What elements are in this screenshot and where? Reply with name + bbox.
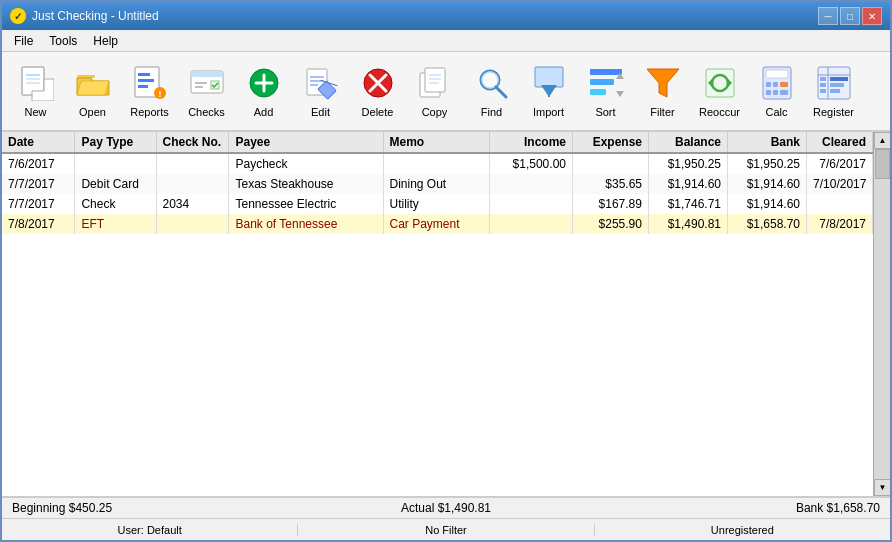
- cell-date: 7/6/2017: [2, 153, 75, 174]
- app-window: ✓ Just Checking - Untitled ─ □ ✕ File To…: [0, 0, 892, 542]
- register-label: Register: [813, 106, 854, 118]
- col-header-checkno[interactable]: Check No.: [156, 132, 229, 153]
- delete-label: Delete: [362, 106, 394, 118]
- title-bar-left: ✓ Just Checking - Untitled: [10, 8, 159, 24]
- copy-icon: [416, 64, 454, 102]
- scroll-down-button[interactable]: ▼: [874, 479, 890, 496]
- scroll-track[interactable]: [874, 149, 890, 479]
- cell-payee: Texas Steakhouse: [229, 174, 383, 194]
- checks-button[interactable]: Checks: [179, 56, 234, 126]
- cell-income: [489, 194, 572, 214]
- cell-bank: $1,950.25: [728, 153, 807, 174]
- register-icon: [815, 64, 853, 102]
- svg-rect-58: [780, 90, 788, 95]
- svg-rect-65: [820, 77, 826, 81]
- sort-label: Sort: [595, 106, 615, 118]
- info-user: User: Default: [2, 524, 298, 536]
- table-row[interactable]: 7/7/2017Check2034Tennessee ElectricUtili…: [2, 194, 873, 214]
- calc-button[interactable]: Calc: [749, 56, 804, 126]
- maximize-button[interactable]: □: [840, 7, 860, 25]
- checks-label: Checks: [188, 106, 225, 118]
- reoccur-icon: [701, 64, 739, 102]
- cell-payee: Tennessee Electric: [229, 194, 383, 214]
- svg-rect-62: [830, 77, 848, 81]
- add-label: Add: [254, 106, 274, 118]
- add-icon: [245, 64, 283, 102]
- svg-rect-53: [766, 82, 771, 87]
- menu-file[interactable]: File: [6, 32, 41, 50]
- vertical-scrollbar[interactable]: ▲ ▼: [873, 132, 890, 496]
- filter-icon: [644, 64, 682, 102]
- svg-marker-47: [647, 69, 679, 97]
- edit-label: Edit: [311, 106, 330, 118]
- cell-income: [489, 214, 572, 234]
- svg-rect-39: [535, 67, 563, 87]
- scroll-thumb[interactable]: [875, 149, 890, 179]
- col-header-paytype[interactable]: Pay Type: [75, 132, 156, 153]
- col-header-cleared[interactable]: Cleared: [807, 132, 873, 153]
- transactions-table: Date Pay Type Check No. Payee Memo Incom…: [2, 132, 873, 234]
- col-header-balance[interactable]: Balance: [648, 132, 727, 153]
- col-header-expense[interactable]: Expense: [572, 132, 648, 153]
- table-row[interactable]: 7/6/2017Paycheck$1,500.00$1,950.25$1,950…: [2, 153, 873, 174]
- menu-tools[interactable]: Tools: [41, 32, 85, 50]
- cell-expense: $35.65: [572, 174, 648, 194]
- sort-icon: [587, 64, 625, 102]
- cell-checkno: [156, 214, 229, 234]
- cell-bank: $1,658.70: [728, 214, 807, 234]
- close-button[interactable]: ✕: [862, 7, 882, 25]
- col-header-payee[interactable]: Payee: [229, 132, 383, 153]
- cell-income: $1,500.00: [489, 153, 572, 174]
- copy-button[interactable]: Copy: [407, 56, 462, 126]
- find-button[interactable]: Find: [464, 56, 519, 126]
- cell-balance: $1,746.71: [648, 194, 727, 214]
- table-header-row: Date Pay Type Check No. Payee Memo Incom…: [2, 132, 873, 153]
- delete-button[interactable]: Delete: [350, 56, 405, 126]
- cell-bank: $1,914.60: [728, 174, 807, 194]
- open-label: Open: [79, 106, 106, 118]
- cell-cleared: [807, 194, 873, 214]
- add-button[interactable]: Add: [236, 56, 291, 126]
- table-row[interactable]: 7/8/2017EFTBank of TennesseeCar Payment$…: [2, 214, 873, 234]
- edit-button[interactable]: Edit: [293, 56, 348, 126]
- new-icon: [17, 64, 55, 102]
- scroll-up-button[interactable]: ▲: [874, 132, 890, 149]
- reports-icon: !: [131, 64, 169, 102]
- reoccur-button[interactable]: Reoccur: [692, 56, 747, 126]
- svg-rect-66: [820, 83, 826, 87]
- svg-rect-52: [766, 70, 788, 78]
- app-icon: ✓: [10, 8, 26, 24]
- toolbar: New Open !: [2, 52, 890, 132]
- svg-rect-63: [830, 83, 844, 87]
- cell-expense: [572, 153, 648, 174]
- filter-button[interactable]: Filter: [635, 56, 690, 126]
- col-header-income[interactable]: Income: [489, 132, 572, 153]
- open-icon: [74, 64, 112, 102]
- cell-memo: Utility: [383, 194, 489, 214]
- col-header-memo[interactable]: Memo: [383, 132, 489, 153]
- cell-checkno: [156, 174, 229, 194]
- cell-balance: $1,950.25: [648, 153, 727, 174]
- svg-text:!: !: [158, 89, 161, 99]
- svg-rect-15: [191, 71, 223, 77]
- import-button[interactable]: Import: [521, 56, 576, 126]
- table-container[interactable]: Date Pay Type Check No. Payee Memo Incom…: [2, 132, 873, 496]
- open-button[interactable]: Open: [65, 56, 120, 126]
- sort-button[interactable]: Sort: [578, 56, 633, 126]
- new-button[interactable]: New: [8, 56, 63, 126]
- minimize-button[interactable]: ─: [818, 7, 838, 25]
- window-controls: ─ □ ✕: [818, 7, 882, 25]
- svg-rect-42: [590, 69, 622, 75]
- new-label: New: [24, 106, 46, 118]
- menu-help[interactable]: Help: [85, 32, 126, 50]
- table-row[interactable]: 7/7/2017Debit CardTexas SteakhouseDining…: [2, 174, 873, 194]
- cell-paytype: [75, 153, 156, 174]
- menu-bar: File Tools Help: [2, 30, 890, 52]
- reoccur-label: Reoccur: [699, 106, 740, 118]
- cell-payee: Paycheck: [229, 153, 383, 174]
- cell-paytype: Check: [75, 194, 156, 214]
- col-header-date[interactable]: Date: [2, 132, 75, 153]
- reports-button[interactable]: ! Reports: [122, 56, 177, 126]
- col-header-bank[interactable]: Bank: [728, 132, 807, 153]
- register-button[interactable]: Register: [806, 56, 861, 126]
